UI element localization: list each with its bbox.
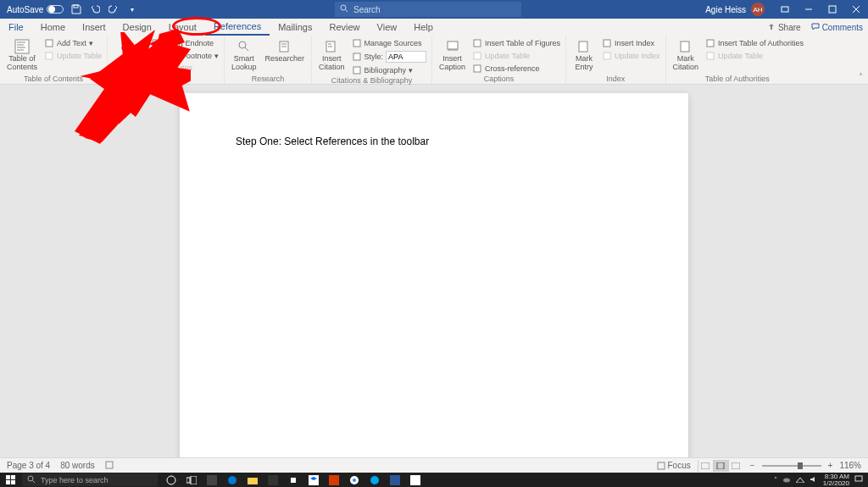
zoom-out-icon[interactable]: −	[750, 461, 755, 470]
comments-button[interactable]: Comments	[811, 23, 863, 32]
table-of-contents-button[interactable]: Table of Contents	[5, 37, 39, 72]
close-icon[interactable]	[844, 0, 868, 19]
insert-endnote-button[interactable]: Insert Endnote	[151, 37, 219, 49]
focus-mode[interactable]: Focus	[657, 461, 691, 470]
svg-rect-52	[329, 475, 339, 485]
taskbar-store-icon[interactable]	[263, 473, 283, 487]
user-account[interactable]: Agie Heiss AH	[705, 3, 773, 16]
add-text-button[interactable]: Add Text ▾	[44, 37, 102, 49]
update-table-captions-button[interactable]: Update Table	[472, 50, 560, 62]
insert-toa-button[interactable]: Insert Table of Authorities	[705, 37, 804, 49]
tab-references[interactable]: References	[205, 19, 270, 36]
citation-style-selector[interactable]: Style:	[352, 50, 427, 64]
tab-layout[interactable]: Layout	[160, 19, 205, 36]
taskbar-explorer-icon[interactable]	[242, 473, 263, 487]
ribbon-display-icon[interactable]	[773, 0, 797, 19]
svg-rect-47	[248, 478, 258, 484]
taskbar-taskview-icon[interactable]	[181, 473, 202, 487]
svg-rect-3	[829, 6, 836, 13]
tab-view[interactable]: View	[369, 19, 406, 36]
style-input[interactable]	[386, 51, 426, 63]
insert-caption-button[interactable]: Insert Caption	[437, 37, 467, 72]
svg-rect-7	[153, 40, 159, 47]
taskbar-dropbox-icon[interactable]	[303, 473, 324, 487]
search-box[interactable]: Search	[335, 2, 521, 17]
bibliography-button[interactable]: Bibliography ▾	[352, 64, 427, 76]
taskbar-chrome-icon[interactable]	[344, 473, 364, 487]
tray-notifications-icon[interactable]	[854, 475, 863, 485]
insert-index-icon	[602, 38, 612, 48]
document-page[interactable]: Step One: Select References in the toolb…	[180, 93, 688, 457]
zoom-in-icon[interactable]: +	[828, 461, 833, 470]
insert-citation-button[interactable]: Insert Citation	[317, 37, 347, 72]
view-buttons	[698, 460, 743, 472]
svg-rect-4	[15, 40, 29, 53]
document-body-text[interactable]: Step One: Select References in the toolb…	[236, 136, 632, 147]
document-canvas[interactable]: Step One: Select References in the toolb…	[0, 85, 868, 457]
autosave-switch-icon[interactable]	[47, 5, 64, 14]
taskbar-edge-icon[interactable]	[222, 473, 242, 487]
smart-lookup-button[interactable]: Smart Lookup	[230, 37, 259, 72]
researcher-button[interactable]: Researcher	[264, 37, 307, 64]
zoom-level[interactable]: 116%	[839, 461, 861, 470]
taskbar-app-9[interactable]	[364, 473, 385, 487]
taskbar-search[interactable]: Type here to search	[22, 473, 158, 486]
tray-network-icon[interactable]	[796, 476, 804, 484]
tray-volume-icon[interactable]	[810, 476, 818, 484]
tab-review[interactable]: Review	[321, 19, 369, 36]
tray-clock[interactable]: 8:30 AM 1/2/2020	[823, 473, 849, 487]
tab-design[interactable]: Design	[114, 19, 160, 36]
smart-lookup-label: Smart Lookup	[231, 55, 257, 72]
insert-footnote-button[interactable]: ab1 Insert Footnote	[113, 37, 147, 72]
read-mode-icon[interactable]	[698, 460, 713, 472]
svg-rect-18	[579, 42, 587, 52]
mark-citation-button[interactable]: Mark Citation	[671, 37, 701, 72]
taskbar-apps	[161, 473, 426, 487]
ribbon-tabs: File Home Insert Design Layout Reference…	[0, 19, 868, 36]
autosave-toggle[interactable]: AutoSave	[7, 5, 64, 14]
mark-entry-button[interactable]: Mark Entry	[571, 37, 597, 72]
tab-insert[interactable]: Insert	[74, 19, 114, 36]
save-icon[interactable]	[70, 3, 82, 15]
update-index-button[interactable]: Update Index	[602, 50, 660, 62]
zoom-slider[interactable]	[762, 465, 821, 467]
svg-point-54	[353, 479, 356, 482]
update-table-button[interactable]: Update Table	[44, 50, 102, 62]
avatar: AH	[751, 3, 765, 16]
update-toa-button[interactable]: Update Table	[705, 50, 804, 62]
minimize-icon[interactable]	[797, 0, 821, 19]
collapse-ribbon-icon[interactable]: ˄	[859, 72, 863, 81]
tab-home[interactable]: Home	[32, 19, 74, 36]
insert-index-button[interactable]: Insert Index	[602, 37, 660, 49]
update-tof-icon	[472, 51, 482, 61]
spellcheck-icon[interactable]	[105, 461, 115, 471]
next-footnote-button[interactable]: abNext Footnote ▾	[151, 50, 219, 62]
status-words[interactable]: 80 words	[60, 461, 95, 470]
tray-onedrive-icon[interactable]	[782, 476, 791, 484]
taskbar-app-5[interactable]	[283, 473, 303, 487]
undo-icon[interactable]	[89, 3, 101, 15]
taskbar-app-7[interactable]	[324, 473, 344, 487]
maximize-icon[interactable]	[821, 0, 844, 19]
start-button[interactable]	[0, 473, 22, 487]
tab-file[interactable]: File	[0, 19, 32, 36]
tray-overflow-icon[interactable]: ˄	[774, 476, 777, 484]
tab-mailings[interactable]: Mailings	[270, 19, 320, 36]
web-layout-icon[interactable]	[728, 460, 743, 472]
taskbar-app-1[interactable]	[202, 473, 222, 487]
taskbar-app-11[interactable]	[405, 473, 426, 487]
search-placeholder: Search	[353, 5, 381, 14]
status-page[interactable]: Page 3 of 4	[7, 461, 50, 470]
print-layout-icon[interactable]	[713, 460, 728, 472]
taskbar-word-icon[interactable]	[385, 473, 405, 487]
cross-reference-button[interactable]: Cross-reference	[472, 63, 560, 75]
share-button[interactable]: Share	[767, 23, 801, 32]
qat-dropdown-icon[interactable]: ▾	[126, 3, 138, 15]
show-notes-button[interactable]: Show Notes	[151, 63, 219, 73]
insert-table-of-figures-button[interactable]: Insert Table of Figures	[472, 37, 560, 49]
tab-help[interactable]: Help	[405, 19, 442, 36]
taskbar-cortana-icon[interactable]	[161, 473, 181, 487]
svg-rect-13	[353, 67, 360, 74]
redo-icon[interactable]	[108, 3, 120, 15]
manage-sources-button[interactable]: Manage Sources	[352, 37, 427, 49]
